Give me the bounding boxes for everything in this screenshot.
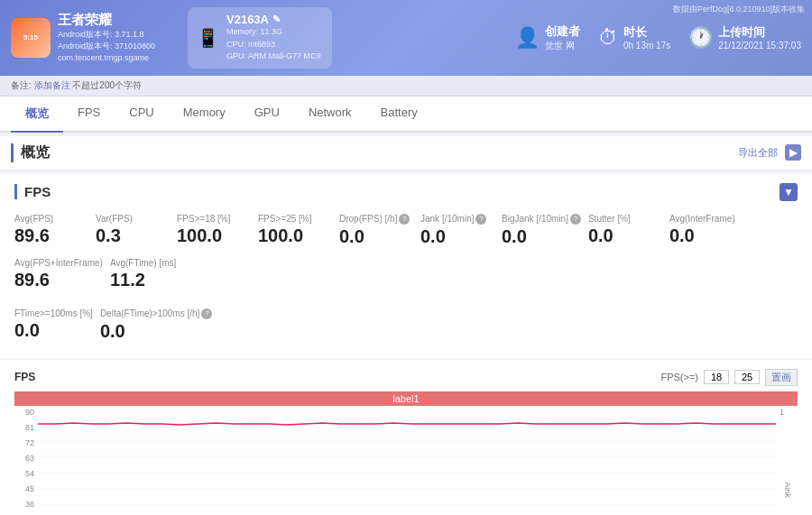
stat-value: 89.6 — [14, 270, 103, 290]
stat-cell: Jank [/10min]? 0.0 — [420, 210, 502, 254]
y-axis-label: 81 — [25, 423, 34, 432]
fps-line — [38, 423, 776, 425]
stat-value: 100.0 — [258, 225, 332, 246]
fps-toggle-button[interactable]: ▼ — [780, 183, 798, 201]
stat-value: 0.0 — [100, 321, 213, 342]
stat-cell: Stutter [%] 0.0 — [588, 210, 669, 254]
stat-value: 89.6 — [14, 225, 88, 246]
edit-device-icon[interactable]: ✎ — [272, 14, 281, 25]
tab-network[interactable]: Network — [294, 97, 366, 133]
y-axis-label: 72 — [25, 438, 34, 447]
chart-container: label1 09182736455463728190 — [14, 391, 798, 516]
stat-label: FTime>=100ms [%] — [14, 308, 93, 318]
y-axis-label: 45 — [25, 484, 34, 493]
tab-nav: 概览FPSCPUMemoryGPUNetworkBattery — [0, 97, 812, 133]
stat-value: 100.0 — [177, 225, 251, 246]
duration-icon: ⏱ — [598, 26, 618, 50]
creator-icon: 👤 — [515, 26, 540, 50]
device-details: V2163A ✎ Memory: 11.3G CPU: mt6893 GPU: … — [226, 13, 321, 63]
duration-block: ⏱ 时长 0h 13m 17s — [598, 24, 670, 51]
upload-label: 上传时间 — [718, 24, 801, 41]
stat-value: 0.0 — [502, 226, 581, 247]
app-header: 5:15 王者荣耀 Android版本号: 3.71.1.8 Android版本… — [0, 0, 812, 76]
y-axis-label: 63 — [25, 454, 34, 463]
game-details: 王者荣耀 Android版本号: 3.71.1.8 Android版本号: 37… — [58, 12, 155, 63]
game-meta: Android版本号: 3.71.1.8 Android版本号: 3710108… — [58, 29, 155, 63]
y-axis-label: 36 — [25, 500, 34, 509]
stat-label: FPS>=25 [%] — [258, 214, 332, 224]
device-name: V2163A ✎ — [226, 13, 321, 26]
overview-title: 概览 — [11, 143, 50, 162]
info-icon[interactable]: ? — [570, 214, 581, 225]
stat-value: 0.0 — [339, 226, 413, 247]
device-meta: Memory: 11.3G CPU: mt6893 GPU: ARM Mali-… — [226, 26, 321, 63]
fps-chart-svg — [38, 408, 776, 516]
stat-value: 0.3 — [96, 225, 170, 246]
threshold2-input[interactable] — [734, 370, 760, 384]
stat-label: FPS>=18 [%] — [177, 214, 251, 224]
fps-section: FPS ▼ Avg(FPS) 89.6 Var(FPS) 0.3 FPS>=18… — [0, 174, 812, 358]
stat-value: 0.0 — [14, 320, 93, 341]
y-axis-label: 90 — [25, 408, 34, 417]
collapse-button[interactable]: ▶ — [785, 144, 801, 161]
fps-stats-row2: FTime>=100ms [%] 0.0 Delta(FTime)>100ms … — [14, 305, 798, 349]
tab-memory[interactable]: Memory — [169, 97, 240, 133]
threshold1-input[interactable] — [704, 370, 729, 384]
game-info: 5:15 王者荣耀 Android版本号: 3.71.1.8 Android版本… — [11, 12, 173, 63]
fps-title: FPS — [14, 184, 51, 199]
info-icon[interactable]: ? — [475, 214, 486, 225]
stat-label: Avg(FPS) — [14, 214, 88, 224]
stat-label: Avg(InterFrame) — [669, 214, 743, 224]
y-axis-label: 54 — [25, 469, 34, 478]
chart-label-bar: label1 — [14, 391, 798, 406]
creator-label: 创建者 — [545, 23, 580, 40]
tab-fps[interactable]: FPS — [63, 97, 115, 133]
stat-cell: Avg(InterFrame) 0.0 — [669, 210, 751, 254]
stat-value: 11.2 — [110, 270, 184, 290]
stat-cell: BigJank [/10min]? 0.0 — [502, 210, 588, 254]
device-section: 📱 V2163A ✎ Memory: 11.3G CPU: mt6893 GPU… — [188, 7, 332, 69]
stat-cell: Avg(FPS+InterFrame) 89.6 — [14, 254, 110, 298]
stat-cell: Var(FPS) 0.3 — [96, 210, 177, 254]
duration-value: 0h 13m 17s — [623, 41, 670, 51]
upload-value: 21/12/2021 15:37:03 — [718, 41, 801, 51]
stat-label: Jank [/10min]? — [420, 214, 494, 225]
stat-label: Var(FPS) — [96, 214, 170, 224]
overview-header: 概览 导出全部 ▶ — [0, 136, 812, 170]
stat-cell: Avg(FPS) 89.6 — [14, 210, 96, 254]
stat-cell: FPS>=18 [%] 100.0 — [177, 210, 258, 254]
view-button[interactable]: 置画 — [765, 369, 798, 386]
data-source: 数据由PerfDog[6.0.210910]版本收集 — [673, 4, 805, 15]
stat-cell: FPS>=25 [%] 100.0 — [258, 210, 339, 254]
tab-gpu[interactable]: GPU — [240, 97, 294, 133]
add-note-link[interactable]: 添加备注 — [34, 80, 70, 90]
stat-cell: Avg(FTime) [ms] 11.2 — [110, 254, 191, 298]
game-name: 王者荣耀 — [58, 12, 155, 29]
export-button[interactable]: 导出全部 — [738, 146, 778, 160]
fps-stats-row1: Avg(FPS) 89.6 Var(FPS) 0.3 FPS>=18 [%] 1… — [14, 210, 798, 298]
upload-icon: 🕐 — [688, 26, 713, 50]
info-icon[interactable]: ? — [201, 308, 212, 319]
creator-value: 觉世 网 — [545, 40, 580, 52]
game-icon: 5:15 — [11, 18, 51, 58]
duration-label: 时长 — [623, 24, 670, 41]
stat-label: Delta(FTime)>100ms [/h]? — [100, 308, 213, 319]
tab-battery[interactable]: Battery — [366, 97, 432, 133]
stat-label: Drop(FPS) [/h]? — [339, 214, 413, 225]
fps-threshold-label: FPS(>=) — [660, 372, 698, 382]
upload-block: 🕐 上传时间 21/12/2021 15:37:03 — [688, 24, 801, 51]
header-stats: 👤 创建者 觉世 网 ⏱ 时长 0h 13m 17s 🕐 上传时间 21/12/… — [346, 23, 801, 52]
stat-value: 0.0 — [420, 226, 494, 247]
chart-section: FPS FPS(>=) 置画 label1 091827364554637281… — [0, 360, 812, 516]
y-axis: 09182736455463728190 — [14, 408, 38, 516]
stat-value: 0.0 — [588, 225, 662, 246]
note-bar: 备注: 添加备注 不超过200个字符 — [0, 76, 812, 97]
stat-cell-row2: Delta(FTime)>100ms [/h]? 0.0 — [100, 305, 220, 349]
stat-label: Stutter [%] — [588, 214, 662, 224]
stat-cell: Drop(FPS) [/h]? 0.0 — [339, 210, 420, 254]
tab-cpu[interactable]: CPU — [115, 97, 168, 133]
tab-overview[interactable]: 概览 — [11, 97, 63, 133]
stat-cell-row2: FTime>=100ms [%] 0.0 — [14, 305, 100, 349]
y-axis-right-label: Aink — [783, 482, 792, 498]
info-icon[interactable]: ? — [399, 214, 410, 225]
